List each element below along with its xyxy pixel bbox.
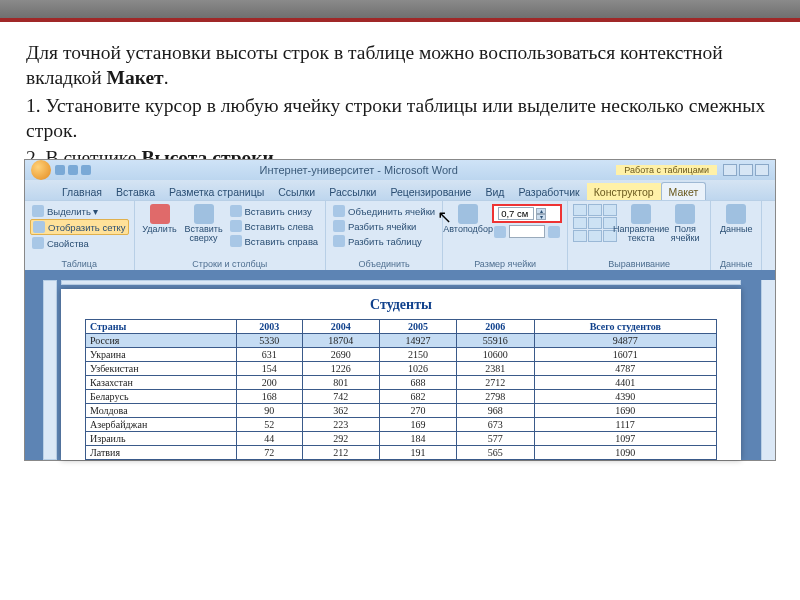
table-cell[interactable]: 1026 <box>379 362 456 376</box>
table-header[interactable]: 2006 <box>457 320 534 334</box>
spinner-down[interactable]: ▾ <box>536 214 546 220</box>
table-cell[interactable]: 10600 <box>457 348 534 362</box>
table-cell[interactable]: 191 <box>379 446 456 460</box>
minimize-button[interactable] <box>723 164 737 176</box>
table-cell[interactable]: Латвия <box>86 446 237 460</box>
students-table[interactable]: Страны2003200420052006Всего студентов Ро… <box>85 319 717 460</box>
table-row[interactable]: Беларусь16874268227984390 <box>86 390 717 404</box>
horizontal-ruler[interactable] <box>61 280 741 285</box>
table-cell[interactable]: 631 <box>236 348 302 362</box>
tab-view[interactable]: Вид <box>478 183 511 200</box>
tab-home[interactable]: Главная <box>55 183 109 200</box>
table-cell[interactable]: 2690 <box>302 348 379 362</box>
delete-button[interactable]: Удалить <box>140 204 180 234</box>
table-header[interactable]: Страны <box>86 320 237 334</box>
table-cell[interactable]: 4787 <box>534 362 717 376</box>
table-cell[interactable]: 742 <box>302 390 379 404</box>
table-row[interactable]: Латвия722121915651090 <box>86 446 717 460</box>
table-cell[interactable]: 362 <box>302 404 379 418</box>
quick-access-toolbar[interactable] <box>55 165 91 175</box>
split-cells-button[interactable]: Разбить ячейки <box>331 219 418 233</box>
table-cell[interactable]: 2712 <box>457 376 534 390</box>
table-cell[interactable]: 2798 <box>457 390 534 404</box>
office-button[interactable] <box>31 160 51 180</box>
tab-references[interactable]: Ссылки <box>271 183 322 200</box>
table-cell[interactable]: 168 <box>236 390 302 404</box>
table-cell[interactable]: 2150 <box>379 348 456 362</box>
redo-icon[interactable] <box>81 165 91 175</box>
table-cell[interactable]: Беларусь <box>86 390 237 404</box>
tab-developer[interactable]: Разработчик <box>511 183 586 200</box>
select-button[interactable]: Выделить ▾ <box>30 204 100 218</box>
tab-insert[interactable]: Вставка <box>109 183 162 200</box>
row-height-spinner[interactable]: ▴▾ <box>492 204 562 223</box>
properties-button[interactable]: Свойства <box>30 236 91 250</box>
table-cell[interactable]: 1226 <box>302 362 379 376</box>
table-cell[interactable]: 94877 <box>534 334 717 348</box>
text-direction-button[interactable]: Направление текста <box>621 204 661 243</box>
table-cell[interactable]: 16071 <box>534 348 717 362</box>
table-cell[interactable]: 577 <box>457 432 534 446</box>
table-cell[interactable]: 4390 <box>534 390 717 404</box>
table-cell[interactable]: Азербайджан <box>86 418 237 432</box>
table-cell[interactable]: 5330 <box>236 334 302 348</box>
vertical-ruler[interactable] <box>43 280 57 460</box>
table-cell[interactable]: 72 <box>236 446 302 460</box>
alignment-grid[interactable] <box>573 204 617 242</box>
save-icon[interactable] <box>55 165 65 175</box>
table-cell[interactable]: 292 <box>302 432 379 446</box>
table-header[interactable]: 2004 <box>302 320 379 334</box>
tab-layout[interactable]: Макет <box>661 182 707 200</box>
page[interactable]: Студенты Страны2003200420052006Всего сту… <box>61 289 741 460</box>
table-cell[interactable]: 4401 <box>534 376 717 390</box>
table-cell[interactable]: Молдова <box>86 404 237 418</box>
data-button[interactable]: Данные <box>716 204 756 234</box>
table-row[interactable]: Израиль442921845771097 <box>86 432 717 446</box>
table-row[interactable]: Узбекистан1541226102623814787 <box>86 362 717 376</box>
table-cell[interactable]: 169 <box>379 418 456 432</box>
tab-page-layout[interactable]: Разметка страницы <box>162 183 271 200</box>
cell-margins-button[interactable]: Поля ячейки <box>665 204 705 243</box>
table-header[interactable]: 2003 <box>236 320 302 334</box>
table-cell[interactable]: 565 <box>457 446 534 460</box>
insert-below-button[interactable]: Вставить снизу <box>228 204 321 218</box>
table-cell[interactable]: 270 <box>379 404 456 418</box>
table-cell[interactable]: 688 <box>379 376 456 390</box>
close-button[interactable] <box>755 164 769 176</box>
table-cell[interactable]: 154 <box>236 362 302 376</box>
table-cell[interactable]: Россия <box>86 334 237 348</box>
vertical-scrollbar[interactable] <box>761 280 775 460</box>
tab-review[interactable]: Рецензирование <box>383 183 478 200</box>
insert-right-button[interactable]: Вставить справа <box>228 234 321 248</box>
table-cell[interactable]: 968 <box>457 404 534 418</box>
table-cell[interactable]: 52 <box>236 418 302 432</box>
table-cell[interactable]: 673 <box>457 418 534 432</box>
autofit-button[interactable]: Автоподбор <box>448 204 488 234</box>
table-cell[interactable]: 18704 <box>302 334 379 348</box>
tab-mailings[interactable]: Рассылки <box>322 183 383 200</box>
table-cell[interactable]: 223 <box>302 418 379 432</box>
table-cell[interactable]: 1090 <box>534 446 717 460</box>
row-height-input[interactable] <box>498 207 534 220</box>
insert-left-button[interactable]: Вставить слева <box>228 219 321 233</box>
table-cell[interactable]: 1690 <box>534 404 717 418</box>
tab-design[interactable]: Конструктор <box>587 183 661 200</box>
table-cell[interactable]: Украина <box>86 348 237 362</box>
table-cell[interactable]: 1097 <box>534 432 717 446</box>
table-cell[interactable]: 2381 <box>457 362 534 376</box>
table-cell[interactable]: 682 <box>379 390 456 404</box>
table-cell[interactable]: 14927 <box>379 334 456 348</box>
table-row[interactable]: Азербайджан522231696731117 <box>86 418 717 432</box>
merge-cells-button[interactable]: Объединить ячейки <box>331 204 437 218</box>
undo-icon[interactable] <box>68 165 78 175</box>
table-row[interactable]: Россия533018704149275591694877 <box>86 334 717 348</box>
table-cell[interactable]: 184 <box>379 432 456 446</box>
table-cell[interactable]: Казахстан <box>86 376 237 390</box>
table-cell[interactable]: 212 <box>302 446 379 460</box>
table-cell[interactable]: 90 <box>236 404 302 418</box>
col-width-spinner[interactable] <box>492 224 562 239</box>
table-cell[interactable]: 55916 <box>457 334 534 348</box>
table-row[interactable]: Казахстан20080168827124401 <box>86 376 717 390</box>
table-header[interactable]: Всего студентов <box>534 320 717 334</box>
split-table-button[interactable]: Разбить таблицу <box>331 234 424 248</box>
